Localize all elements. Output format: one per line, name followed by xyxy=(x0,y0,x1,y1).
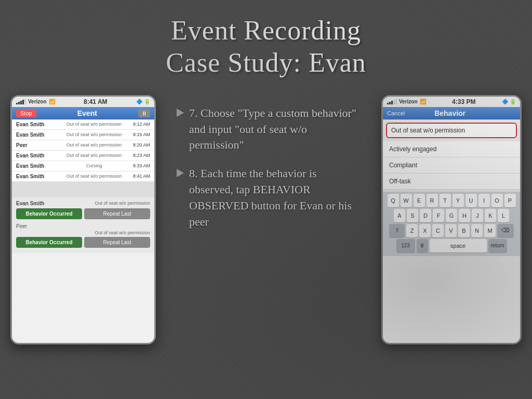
event-list: Evan Smith Out of seat w/o permission 8:… xyxy=(12,119,154,182)
list-item[interactable]: Actively engaged xyxy=(383,141,520,157)
instructions-panel: 7. Choose "Type a custom behavior" and i… xyxy=(171,95,366,253)
carrier-label: Verizon xyxy=(28,99,47,104)
table-row: Evan Smith Out of seat w/o permission 8:… xyxy=(12,130,154,140)
table-row: Evan Smith Out of seat w/o permission 8:… xyxy=(12,119,154,130)
left-phone-status-bar: Verizon 📶 8:41 AM 🔷 🔋 xyxy=(12,97,154,107)
behavior-title: Behavior xyxy=(434,109,466,117)
key-v[interactable]: V xyxy=(445,224,457,237)
keyboard-row-4: 123 🎙 space return xyxy=(385,239,518,252)
step8-bullet-icon xyxy=(177,169,184,177)
right-phone-time: 4:33 PM xyxy=(452,98,475,105)
behavior-nav-bar: Cancel Behavior xyxy=(383,107,520,119)
bottom-section: Evan Smith Out of seat w/o permission Be… xyxy=(12,197,154,253)
right-phone: Verizon 📶 4:33 PM 🔷 🔋 Cancel Behavior Ou… xyxy=(381,95,522,344)
step-7-text: 7. Choose "Type a custom behavior" and i… xyxy=(189,105,361,153)
peer-repeat-last-button[interactable]: Repeat Last xyxy=(84,237,150,248)
keyboard: Q W E R T Y U I O P A S D F G H J K L xyxy=(383,192,520,256)
key-a[interactable]: A xyxy=(394,209,405,222)
table-row: Peer Out of seat w/o permission 8:20 AM xyxy=(12,140,154,151)
key-o[interactable]: O xyxy=(491,194,503,207)
table-row: Evan Smith Out of seat w/o permission 8:… xyxy=(12,171,154,182)
key-m[interactable]: M xyxy=(484,224,496,237)
key-z[interactable]: Z xyxy=(406,224,418,237)
key-u[interactable]: U xyxy=(466,194,477,207)
key-e[interactable]: E xyxy=(414,194,425,207)
wifi-icon: 📶 xyxy=(49,99,55,104)
left-phone: Verizon 📶 8:41 AM 🔷 🔋 Stop Event ⏸ Evan … xyxy=(10,95,156,344)
backspace-key[interactable]: ⌫ xyxy=(497,224,514,237)
nav-event-title: Event xyxy=(77,109,97,117)
keyboard-row-2: A S D F G H J K L xyxy=(385,209,518,222)
key-f[interactable]: F xyxy=(433,209,444,222)
numbers-key[interactable]: 123 xyxy=(396,239,415,252)
peer-divider: Peer xyxy=(14,222,152,230)
space-key[interactable]: space xyxy=(430,239,487,252)
step-8-item: 8. Each time the behavior is observed, t… xyxy=(177,166,361,230)
behavior-input-field[interactable]: Out of seat w/o permission xyxy=(386,123,517,138)
battery-icon: 🔋 xyxy=(144,99,150,104)
right-signal-bars-icon xyxy=(387,99,397,104)
mic-icon[interactable]: 🎙 xyxy=(417,239,428,252)
key-w[interactable]: W xyxy=(401,194,412,207)
pause-button[interactable]: ⏸ xyxy=(138,109,150,117)
evan-repeat-last-button[interactable]: Repeat Last xyxy=(84,208,150,219)
keyboard-row-3: ⇧ Z X C V B N M ⌫ xyxy=(385,224,518,237)
list-item[interactable]: Off-task xyxy=(383,174,520,190)
right-carrier-label: Verizon xyxy=(399,99,418,104)
key-n[interactable]: N xyxy=(471,224,483,237)
peer-behavior-occurred-button[interactable]: Behavior Occurred xyxy=(16,237,82,248)
key-p[interactable]: P xyxy=(504,194,516,207)
bluetooth-icon: 🔷 xyxy=(136,99,142,104)
cancel-button[interactable]: Cancel xyxy=(387,110,405,116)
key-i[interactable]: I xyxy=(478,194,490,207)
key-j[interactable]: J xyxy=(472,209,483,222)
signal-bars-icon xyxy=(16,99,26,104)
key-l[interactable]: L xyxy=(498,209,509,222)
table-row: Evan Smith Out of seat w/o permission 8:… xyxy=(12,151,154,161)
key-y[interactable]: Y xyxy=(453,194,464,207)
page-title: Event Recording Case Study: Evan xyxy=(0,0,532,90)
step-7-item: 7. Choose "Type a custom behavior" and i… xyxy=(177,105,361,153)
evan-behavior-occurred-button[interactable]: Behavior Occurred xyxy=(16,208,82,219)
right-bluetooth-icon: 🔷 xyxy=(502,99,508,104)
key-g[interactable]: G xyxy=(446,209,457,222)
keyboard-row-1: Q W E R T Y U I O P xyxy=(385,194,518,207)
key-d[interactable]: D xyxy=(420,209,431,222)
key-t[interactable]: T xyxy=(440,194,451,207)
key-s[interactable]: S xyxy=(407,209,418,222)
step-8-text: 8. Each time the behavior is observed, t… xyxy=(189,166,361,230)
right-battery-icon: 🔋 xyxy=(510,99,516,104)
key-b[interactable]: B xyxy=(458,224,470,237)
key-r[interactable]: R xyxy=(427,194,438,207)
table-row: Evan Smith Cursing 8:33 AM xyxy=(12,161,154,171)
shift-key[interactable]: ⇧ xyxy=(389,224,405,237)
left-phone-nav-bar: Stop Event ⏸ xyxy=(12,107,154,119)
peer-row: Behavior Occurred Repeat Last xyxy=(14,236,152,249)
stop-button[interactable]: Stop xyxy=(16,109,36,117)
list-item[interactable]: Compliant xyxy=(383,157,520,174)
evan-smith-row: Evan Smith Out of seat w/o permission Be… xyxy=(14,200,152,220)
behavior-options-list: Actively engaged Compliant Off-task xyxy=(383,141,520,190)
right-phone-status-bar: Verizon 📶 4:33 PM 🔷 🔋 xyxy=(383,97,520,107)
right-wifi-icon: 📶 xyxy=(420,99,426,104)
key-k[interactable]: K xyxy=(485,209,496,222)
key-c[interactable]: C xyxy=(432,224,444,237)
return-key[interactable]: return xyxy=(488,239,507,252)
step7-bullet-icon xyxy=(177,109,184,117)
key-q[interactable]: Q xyxy=(388,194,399,207)
key-h[interactable]: H xyxy=(459,209,470,222)
key-x[interactable]: X xyxy=(419,224,431,237)
left-phone-time: 8:41 AM xyxy=(84,98,108,105)
